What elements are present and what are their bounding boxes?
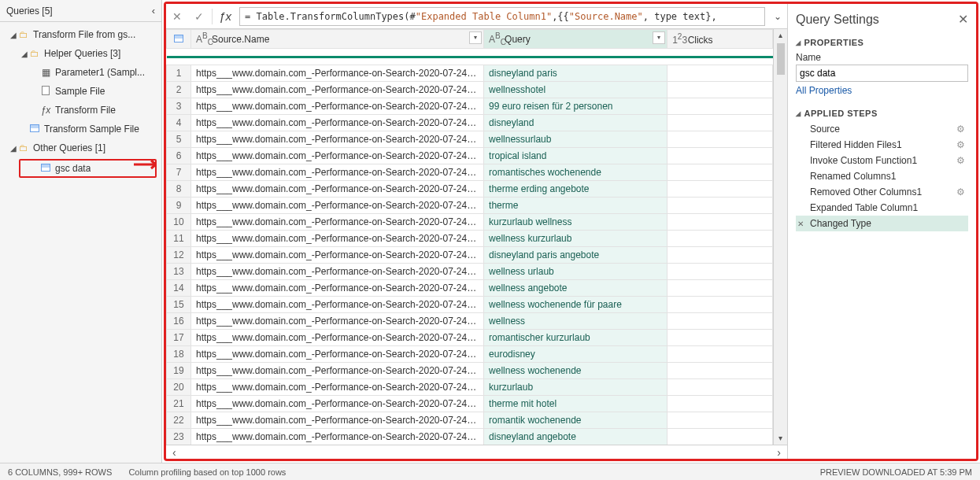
table-corner[interactable]: [167, 30, 191, 49]
cell-clicks[interactable]: [667, 82, 772, 98]
row-number[interactable]: 22: [167, 412, 191, 429]
filter-icon[interactable]: ▾: [469, 31, 482, 44]
tree-item[interactable]: ƒxTransform File: [0, 101, 161, 120]
applied-step[interactable]: Removed Other Columns1⚙: [796, 184, 968, 200]
cell-query[interactable]: eurodisney: [484, 346, 668, 363]
cell-query[interactable]: wellness: [484, 313, 668, 330]
cell-clicks[interactable]: [667, 164, 772, 181]
applied-step[interactable]: Source⚙: [796, 121, 968, 137]
cell-source-name[interactable]: https___www.domain.com_-Performance-on-S…: [191, 429, 484, 445]
scroll-down-icon[interactable]: ▾: [778, 432, 782, 445]
row-number[interactable]: 6: [167, 148, 191, 164]
table-row[interactable]: 6https___www.domain.com_-Performance-on-…: [167, 148, 773, 164]
cell-source-name[interactable]: https___www.domain.com_-Performance-on-S…: [191, 131, 484, 148]
cell-clicks[interactable]: [667, 429, 772, 445]
table-row[interactable]: 22https___www.domain.com_-Performance-on…: [167, 412, 773, 429]
cell-query[interactable]: therme erding angebote: [484, 181, 668, 198]
cell-query[interactable]: disneyland angebote: [484, 429, 668, 445]
row-number[interactable]: 15: [167, 297, 191, 313]
row-number[interactable]: 3: [167, 98, 191, 115]
table-row[interactable]: 5https___www.domain.com_-Performance-on-…: [167, 131, 773, 148]
table-row[interactable]: 18https___www.domain.com_-Performance-on…: [167, 346, 773, 363]
cell-source-name[interactable]: https___www.domain.com_-Performance-on-S…: [191, 346, 484, 363]
cell-query[interactable]: disneyland paris: [484, 65, 668, 82]
fx-icon[interactable]: ƒx: [214, 6, 236, 27]
row-number[interactable]: 9: [167, 198, 191, 214]
data-table[interactable]: ABCSource.Name▾ ABCQuery▾ 123Clicks 1htt…: [166, 29, 773, 445]
applied-step[interactable]: Changed Type: [796, 216, 968, 231]
tree-item[interactable]: ◢🗀Other Queries [1]: [0, 138, 161, 157]
tree-item[interactable]: ◢🗀Transform File from gs...: [0, 25, 161, 44]
cell-clicks[interactable]: [667, 65, 772, 82]
cell-clicks[interactable]: [667, 181, 772, 198]
table-row[interactable]: 19https___www.domain.com_-Performance-on…: [167, 363, 773, 379]
cell-clicks[interactable]: [667, 231, 772, 247]
table-row[interactable]: 21https___www.domain.com_-Performance-on…: [167, 396, 773, 412]
gear-icon[interactable]: ⚙: [956, 139, 965, 150]
tree-item[interactable]: ▦Parameter1 (Sampl...: [0, 63, 161, 82]
row-number[interactable]: 7: [167, 164, 191, 181]
cell-source-name[interactable]: https___www.domain.com_-Performance-on-S…: [191, 363, 484, 379]
cell-clicks[interactable]: [667, 148, 772, 164]
collapse-queries-icon[interactable]: ‹: [152, 5, 155, 17]
cell-source-name[interactable]: https___www.domain.com_-Performance-on-S…: [191, 115, 484, 131]
table-row[interactable]: 11https___www.domain.com_-Performance-on…: [167, 231, 773, 247]
cell-source-name[interactable]: https___www.domain.com_-Performance-on-S…: [191, 98, 484, 115]
applied-step[interactable]: Renamed Columns1: [796, 168, 968, 184]
cell-clicks[interactable]: [667, 330, 772, 346]
row-number[interactable]: 2: [167, 82, 191, 98]
gear-icon[interactable]: ⚙: [956, 124, 965, 135]
cell-clicks[interactable]: [667, 131, 772, 148]
row-number[interactable]: 4: [167, 115, 191, 131]
table-row[interactable]: 7https___www.domain.com_-Performance-on-…: [167, 164, 773, 181]
expand-formula-icon[interactable]: ⌄: [768, 11, 787, 22]
table-row[interactable]: 23https___www.domain.com_-Performance-on…: [167, 429, 773, 445]
cell-query[interactable]: wellness urlaub: [484, 264, 668, 280]
row-number[interactable]: 20: [167, 379, 191, 396]
cell-clicks[interactable]: [667, 214, 772, 231]
cell-source-name[interactable]: https___www.domain.com_-Performance-on-S…: [191, 247, 484, 264]
cell-query[interactable]: therme mit hotel: [484, 396, 668, 412]
row-number[interactable]: 17: [167, 330, 191, 346]
cell-clicks[interactable]: [667, 280, 772, 297]
cell-query[interactable]: wellness wochenende für paare: [484, 297, 668, 313]
filter-icon[interactable]: ▾: [653, 31, 665, 44]
cell-source-name[interactable]: https___www.domain.com_-Performance-on-S…: [191, 198, 484, 214]
scroll-right-icon[interactable]: ›: [777, 446, 781, 459]
cell-source-name[interactable]: https___www.domain.com_-Performance-on-S…: [191, 164, 484, 181]
tree-item[interactable]: Sample File: [0, 82, 161, 101]
cell-query[interactable]: romantisches wochenende: [484, 164, 668, 181]
row-number[interactable]: 8: [167, 181, 191, 198]
formula-input[interactable]: = Table.TransformColumnTypes(#"Expanded …: [239, 7, 765, 26]
row-number[interactable]: 18: [167, 346, 191, 363]
cell-clicks[interactable]: [667, 313, 772, 330]
cell-clicks[interactable]: [667, 412, 772, 429]
table-row[interactable]: 12https___www.domain.com_-Performance-on…: [167, 247, 773, 264]
cell-clicks[interactable]: [667, 264, 772, 280]
table-row[interactable]: 4https___www.domain.com_-Performance-on-…: [167, 115, 773, 131]
row-number[interactable]: 10: [167, 214, 191, 231]
cell-source-name[interactable]: https___www.domain.com_-Performance-on-S…: [191, 330, 484, 346]
table-row[interactable]: 16https___www.domain.com_-Performance-on…: [167, 313, 773, 330]
cell-query[interactable]: wellnessurlaub: [484, 131, 668, 148]
table-row[interactable]: 1https___www.domain.com_-Performance-on-…: [167, 65, 773, 82]
row-number[interactable]: 13: [167, 264, 191, 280]
cell-source-name[interactable]: https___www.domain.com_-Performance-on-S…: [191, 264, 484, 280]
table-row[interactable]: 8https___www.domain.com_-Performance-on-…: [167, 181, 773, 198]
table-row[interactable]: 9https___www.domain.com_-Performance-on-…: [167, 198, 773, 214]
table-row[interactable]: 3https___www.domain.com_-Performance-on-…: [167, 98, 773, 115]
row-number[interactable]: 1: [167, 65, 191, 82]
row-number[interactable]: 14: [167, 280, 191, 297]
row-number[interactable]: 21: [167, 396, 191, 412]
row-number[interactable]: 11: [167, 231, 191, 247]
column-header-clicks[interactable]: 123Clicks: [667, 30, 772, 49]
cell-clicks[interactable]: [667, 115, 772, 131]
row-number[interactable]: 16: [167, 313, 191, 330]
cell-source-name[interactable]: https___www.domain.com_-Performance-on-S…: [191, 379, 484, 396]
column-header-source-name[interactable]: ABCSource.Name▾: [191, 30, 484, 49]
cell-source-name[interactable]: https___www.domain.com_-Performance-on-S…: [191, 297, 484, 313]
cell-source-name[interactable]: https___www.domain.com_-Performance-on-S…: [191, 148, 484, 164]
cell-clicks[interactable]: [667, 297, 772, 313]
tree-item[interactable]: ◢🗀Helper Queries [3]: [0, 44, 161, 63]
table-row[interactable]: 20https___www.domain.com_-Performance-on…: [167, 379, 773, 396]
